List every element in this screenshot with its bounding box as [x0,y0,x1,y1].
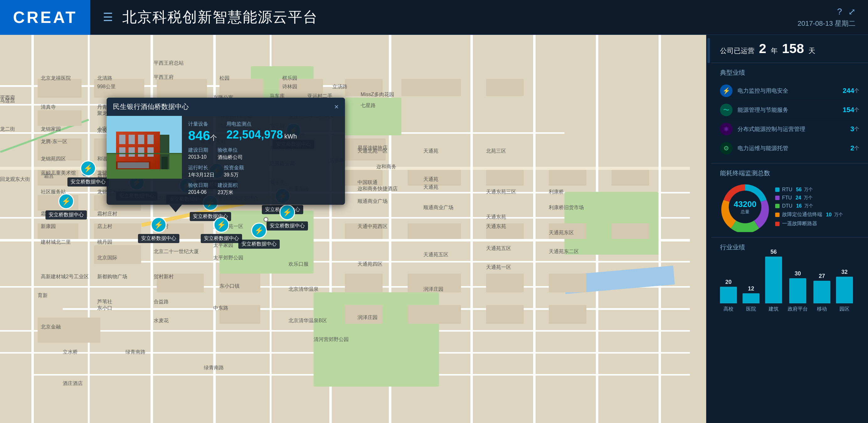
legend-text-rtu: RTU [782,187,793,193]
map-label: 诗林园 [282,84,297,90]
marker-icon: ⚡ [251,223,267,238]
device-count-num: 846 [188,128,210,143]
perf-unit-4: 个 [854,145,859,152]
company-running-title: 公司已运营 2 年 158 天 [720,41,859,56]
map-label: 龙二街 [0,126,15,133]
bar-group-园区: 32 园区 [836,269,853,312]
popup-image [106,116,182,179]
block [486,79,524,96]
map-label: 绿青南路 [125,349,146,356]
map-label: 回龙观东大街 [0,176,30,183]
marker-label-10: 安立桥数据中心 [201,234,242,243]
map-label: 平西王府总站 [154,60,184,66]
bar-val: 32 [841,269,848,275]
bar-group-政府平台: 30 政府平台 [788,271,808,312]
device-count-unit: 个 [210,134,217,142]
road [658,35,661,423]
map-label: 东小口 [97,305,112,312]
block [38,79,82,98]
bar-label: 移动 [817,306,827,312]
svg-rect-10 [138,147,144,157]
map-label: 清真寺 [41,104,56,111]
map-label: 清河营郊野公园 [314,336,349,343]
bar-val: 20 [725,279,732,285]
svg-rect-14 [106,153,182,154]
map-label: 天通苑 [423,176,438,183]
scroll-handle[interactable] [708,38,710,63]
donut-chart: 43200 总量 [720,182,770,232]
perf-label-2: 能源管理与节能服务 [738,106,843,114]
perf-unit-1: 个 [854,88,859,94]
map-label: 育新 [38,292,48,299]
device-count-label: 计量设备 [188,121,217,128]
map-label: 北京龙禧医院 [41,75,71,82]
datetime-label: 2017-08-13 星期二 [798,19,856,28]
marker-12[interactable]: ⚡ 安立桥数据中心 [238,223,280,249]
svg-rect-9 [129,147,135,157]
map-label: 平西府 [0,94,15,101]
legend-dot-dtu [775,204,780,208]
map-label: 棋乐园 [282,75,297,82]
popup-title: 民生银行酒仙桥数据中心 [113,102,189,111]
build-date-value: 2013-10 [188,154,208,160]
block [549,170,586,186]
donut-legend: 43200 总量 RTU 56 万个 FTU 24 万个 [720,182,859,232]
popup-row-4: 验收日期 2014-06 建设面积 23万米 [188,182,339,196]
map-label: 建材城北二里 [41,239,71,246]
legend-val-dtu: 16 [796,203,802,209]
days-value: 158 [782,41,804,56]
map-label: 利康桥旧货市场 [549,204,584,211]
legend-list: RTU 56 万个 FTU 24 万个 DTU 16 万个 [775,187,843,227]
monitor-label: 用电监测点 [226,121,297,128]
map-label: 北京国际 [97,255,117,261]
legend-text-dtu: DTU [782,203,793,209]
perf-icon-electric: ⚡ [720,84,733,97]
scroll-strip[interactable] [706,35,711,423]
map-label: 天通苑东区 [549,230,574,236]
map-label: 天通苑 [423,148,438,154]
menu-icon[interactable]: ☰ [103,11,113,24]
block [486,274,524,292]
popup-arrow [169,205,182,212]
marker-2[interactable]: ⚡ 安立桥数据中心 [67,161,109,187]
perf-icon-ops: ⚙ [720,142,733,154]
legend-text-breaker: 一遥故障断路器 [782,221,817,227]
monitor-unit: kWh [284,133,297,140]
map-label: 天通东苑 [486,214,506,221]
bar-val: 56 [771,249,777,255]
popup-field-area: 建设面积 23万米 [218,182,238,196]
bar-rect [789,278,806,303]
help-icon[interactable]: ? [837,7,842,17]
expand-icon[interactable]: ⤢ [848,7,856,17]
marker-label-12: 安立桥数据中心 [238,239,280,249]
map-label: 北京二十一世纪大厦 [154,248,199,255]
marker-5[interactable]: ⚡ 安立桥数据中心 [45,193,87,220]
map-label: 绿青南路 [204,365,224,371]
block [549,274,586,292]
map-label: 天通东苑 [486,223,506,230]
block [612,223,649,239]
marker-10[interactable]: ⚡ 安立桥数据中心 [201,217,242,243]
marker-9[interactable]: ⚡ 安立桥数据中心 [138,217,179,243]
popup-header: 民生银行酒仙桥数据中心 × [106,98,345,116]
perf-label-1: 电力监控与用电安全 [738,87,843,94]
bar-label: 园区 [839,306,849,312]
map-label: 平西王府 [154,74,174,81]
popup-close-button[interactable]: × [334,102,339,111]
map-label: 北苑三区 [486,148,506,154]
perf-item-1: ⚡ 电力监控与用电安全 244 个 [720,81,859,101]
legend-dot-breaker [775,222,780,226]
bar-group-建筑: 56 建筑 [765,249,782,312]
runtime-label: 运行时长 [188,165,215,171]
area-label: 建设面积 [218,182,238,189]
bar-rect [720,287,737,303]
legend-dtu: DTU 16 万个 [775,203,843,209]
map-label: 北京金融 [41,324,61,330]
legend-val-rtu: 56 [796,187,802,193]
popup-row-main: 计量设备 846个 用电监测点 22,504,978 kWh [188,121,339,143]
bar-label: 高校 [723,306,734,312]
donut-center-label: 43200 总量 [734,199,756,215]
map-label: 桃丹园 [97,239,112,246]
popup-field-accept-org: 验收单位 酒仙桥公司 [218,147,243,161]
block [486,170,524,186]
